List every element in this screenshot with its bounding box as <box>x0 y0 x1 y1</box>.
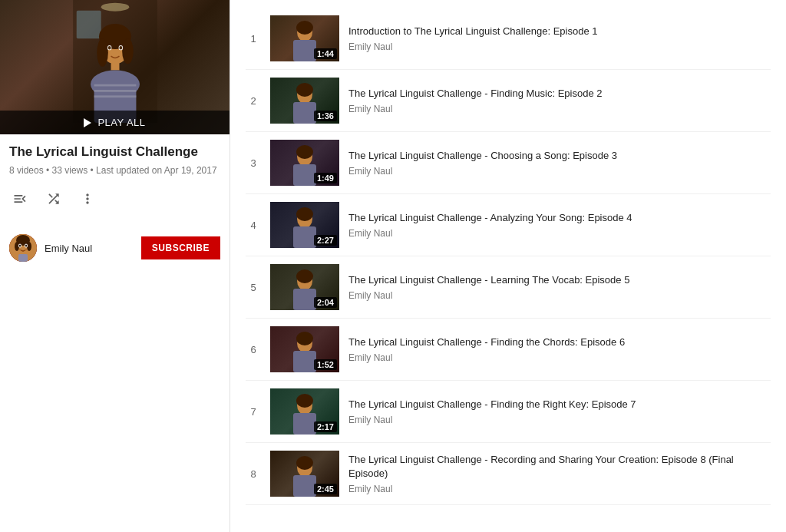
play-icon <box>84 118 91 127</box>
play-all-button[interactable]: PLAY ALL <box>0 111 230 134</box>
svg-point-5 <box>97 38 108 67</box>
video-number: 8 <box>246 468 261 480</box>
svg-point-41 <box>296 269 313 283</box>
right-panel: 1 1:44 Introduction to The Lyrical Lingu… <box>230 0 786 532</box>
svg-point-44 <box>296 332 313 345</box>
video-duration: 2:04 <box>314 297 337 308</box>
video-thumbnail: 1:52 <box>270 326 339 372</box>
video-thumbnail: 1:36 <box>270 78 339 124</box>
svg-point-1 <box>101 3 129 12</box>
svg-point-47 <box>296 394 313 408</box>
video-list-item[interactable]: 2 1:36 The Lyrical Linguist Challenge - … <box>246 70 771 132</box>
svg-point-21 <box>15 242 19 251</box>
video-list: 1 1:44 Introduction to The Lyrical Lingu… <box>246 8 771 505</box>
svg-point-22 <box>27 242 31 251</box>
video-duration: 1:49 <box>314 173 337 183</box>
svg-rect-33 <box>293 102 316 124</box>
video-title: The Lyrical Linguist Challenge - Learnin… <box>348 273 771 287</box>
video-list-item[interactable]: 4 2:27 The Lyrical Linguist Challenge - … <box>246 194 771 256</box>
shuffle-button[interactable] <box>43 188 64 210</box>
video-number: 4 <box>246 220 261 231</box>
video-thumbnail: 2:45 <box>270 451 339 497</box>
video-number: 6 <box>246 344 261 355</box>
svg-rect-16 <box>94 95 136 97</box>
subscribe-button[interactable]: SUBSCRIBE <box>141 236 220 259</box>
svg-rect-39 <box>293 226 316 248</box>
video-info: The Lyrical Linguist Challenge - Choosin… <box>348 149 771 177</box>
video-channel-name: Emily Naul <box>348 352 771 363</box>
svg-point-25 <box>19 245 21 247</box>
svg-rect-51 <box>293 475 316 497</box>
video-list-item[interactable]: 1 1:44 Introduction to The Lyrical Lingu… <box>246 8 771 70</box>
svg-rect-11 <box>111 61 119 70</box>
svg-point-10 <box>119 46 122 50</box>
svg-point-6 <box>122 38 134 64</box>
video-number: 3 <box>246 157 261 169</box>
play-all-label: PLAY ALL <box>97 117 145 128</box>
svg-point-35 <box>296 145 313 159</box>
video-info: Introduction to The Lyrical Linguist Cha… <box>348 25 771 52</box>
add-to-queue-button[interactable] <box>9 188 31 210</box>
video-duration: 2:17 <box>314 421 337 432</box>
channel-info: Emily Naul <box>9 234 92 262</box>
avatar-image <box>9 234 37 262</box>
video-title: The Lyrical Linguist Challenge - Choosin… <box>348 149 771 163</box>
svg-rect-27 <box>18 254 28 262</box>
video-title: The Lyrical Linguist Challenge - Finding… <box>348 398 771 411</box>
video-number: 7 <box>246 406 261 418</box>
svg-point-26 <box>25 245 27 247</box>
svg-rect-42 <box>293 289 316 310</box>
page-layout: PLAY ALL The Lyrical Linguist Challenge … <box>0 0 786 532</box>
svg-point-50 <box>296 456 313 470</box>
svg-rect-15 <box>94 90 136 92</box>
video-list-item[interactable]: 5 2:04 The Lyrical Linguist Challenge - … <box>246 256 771 319</box>
video-duration: 2:45 <box>314 484 337 494</box>
svg-rect-45 <box>293 351 316 372</box>
playlist-thumbnail: PLAY ALL <box>0 0 230 134</box>
video-number: 1 <box>246 33 261 45</box>
thumbnail-person-svg <box>69 0 161 123</box>
video-channel-name: Emily Naul <box>348 290 771 301</box>
video-thumbnail: 2:27 <box>270 202 339 248</box>
channel-name: Emily Naul <box>45 243 92 254</box>
video-duration: 1:44 <box>314 48 337 59</box>
svg-point-38 <box>296 207 313 221</box>
svg-point-32 <box>296 83 313 97</box>
video-channel-name: Emily Naul <box>348 484 771 494</box>
svg-rect-30 <box>293 40 316 61</box>
video-channel-name: Emily Naul <box>348 41 771 52</box>
video-info: The Lyrical Linguist Challenge - Finding… <box>348 87 771 114</box>
left-panel: PLAY ALL The Lyrical Linguist Challenge … <box>0 0 230 532</box>
video-list-item[interactable]: 6 1:52 The Lyrical Linguist Challenge - … <box>246 319 771 381</box>
svg-point-29 <box>296 21 313 35</box>
channel-row: Emily Naul SUBSCRIBE <box>0 231 230 265</box>
avatar[interactable] <box>9 234 37 262</box>
playlist-info: The Lyrical Linguist Challenge 8 videos … <box>0 134 230 231</box>
video-title: The Lyrical Linguist Challenge - Finding… <box>348 87 771 101</box>
video-title: The Lyrical Linguist Challenge - Finding… <box>348 335 771 349</box>
video-number: 2 <box>246 95 261 107</box>
svg-rect-14 <box>94 84 136 87</box>
video-list-item[interactable]: 7 2:17 The Lyrical Linguist Challenge - … <box>246 381 771 443</box>
video-thumbnail: 2:17 <box>270 388 339 435</box>
video-list-item[interactable]: 8 2:45 The Lyrical Linguist Challenge - … <box>246 443 771 505</box>
video-thumbnail: 1:49 <box>270 140 339 186</box>
video-title: The Lyrical Linguist Challenge - Recordi… <box>348 453 771 481</box>
playlist-meta: 8 videos • 33 views • Last updated on Ap… <box>9 165 220 176</box>
video-duration: 2:27 <box>314 235 337 246</box>
svg-point-9 <box>107 46 111 50</box>
video-info: The Lyrical Linguist Challenge - Finding… <box>348 335 771 363</box>
video-info: The Lyrical Linguist Challenge - Finding… <box>348 398 771 425</box>
video-channel-name: Emily Naul <box>348 166 771 177</box>
video-title: Introduction to The Lyrical Linguist Cha… <box>348 25 771 38</box>
video-info: The Lyrical Linguist Challenge - Analyzi… <box>348 211 771 239</box>
video-info: The Lyrical Linguist Challenge - Recordi… <box>348 453 771 494</box>
video-channel-name: Emily Naul <box>348 415 771 425</box>
video-list-item[interactable]: 3 1:49 The Lyrical Linguist Challenge - … <box>246 132 771 194</box>
video-duration: 1:52 <box>314 359 337 370</box>
svg-rect-48 <box>293 413 316 435</box>
svg-rect-2 <box>76 11 101 39</box>
video-thumbnail: 1:44 <box>270 15 339 61</box>
more-options-button[interactable] <box>77 188 98 210</box>
video-channel-name: Emily Naul <box>348 228 771 239</box>
